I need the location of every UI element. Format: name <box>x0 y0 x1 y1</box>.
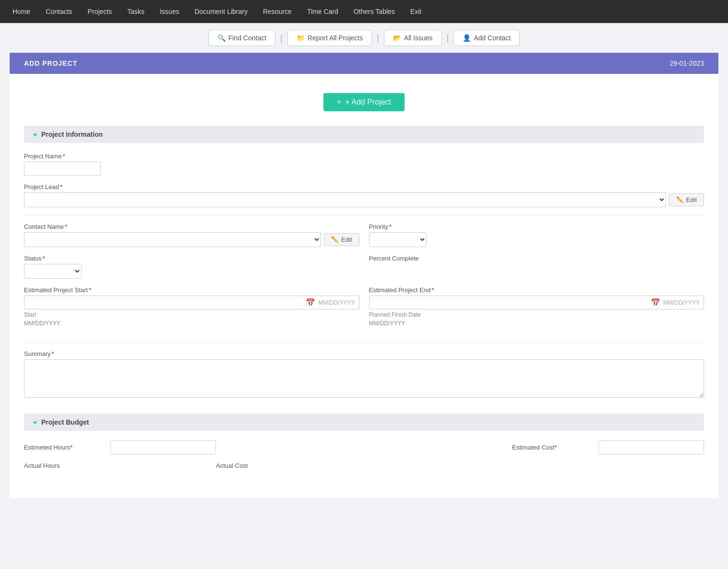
priority-group: Priority* <box>369 223 704 247</box>
budget-arrow-icon: ◄ <box>32 419 37 426</box>
est-end-col: Estimated Project End* 📅 MM/DD/YYYY Plan… <box>369 286 704 334</box>
contact-name-label: Contact Name* <box>24 223 359 230</box>
project-name-group: Project Name* <box>24 153 704 176</box>
toolbar-separator-1: | <box>275 33 287 43</box>
add-contact-button[interactable]: 👤 Add Contact <box>454 30 520 46</box>
contact-name-group: Contact Name* ✏️ Edit <box>24 223 359 247</box>
est-end-group: Estimated Project End* 📅 MM/DD/YYYY Plan… <box>369 286 704 327</box>
contact-name-edit-button[interactable]: ✏️ Edit <box>324 233 359 246</box>
main-content: + + Add Project ◄ Project Information Pr… <box>10 74 718 498</box>
project-lead-label: Project Lead* <box>24 183 704 190</box>
project-name-input[interactable] <box>24 162 101 176</box>
percent-complete-group: Percent Complete <box>369 255 704 262</box>
percent-complete-col: Percent Complete <box>369 255 704 270</box>
est-hours-label: Estimeted Hours* <box>24 444 101 451</box>
est-end-input-wrap: 📅 MM/DD/YYYY <box>369 296 704 309</box>
page-title: ADD PROJECT <box>24 59 77 67</box>
edit-icon-2: ✏️ <box>331 236 339 243</box>
est-end-label: Estimated Project End* <box>369 286 704 294</box>
priority-select[interactable] <box>369 232 427 247</box>
section-arrow-icon: ◄ <box>32 131 37 138</box>
est-cost-input[interactable] <box>598 440 704 454</box>
status-col: Status* <box>24 255 359 286</box>
budget-right: Estimated Cost* <box>512 440 704 454</box>
all-issues-button[interactable]: 📂 All Issues <box>384 30 442 46</box>
project-lead-select[interactable] <box>24 192 666 207</box>
plus-icon: + <box>337 98 341 107</box>
toolbar-separator-2: | <box>372 33 384 43</box>
contact-name-select[interactable] <box>24 232 321 247</box>
percent-complete-label: Percent Complete <box>369 255 704 262</box>
summary-label: Summary* <box>24 350 704 357</box>
folder2-icon: 📂 <box>393 34 401 42</box>
nav-time-card[interactable]: Time Card <box>299 0 346 23</box>
find-contact-button[interactable]: 🔍 Find Contact <box>208 30 275 46</box>
status-group: Status* <box>24 255 359 279</box>
form-divider-1 <box>24 215 704 215</box>
status-select[interactable] <box>24 264 82 279</box>
nav-exit[interactable]: Exit <box>403 0 429 23</box>
contact-name-col: Contact Name* ✏️ Edit <box>24 223 359 255</box>
nav-home[interactable]: Home <box>5 0 38 23</box>
edit-icon: ✏️ <box>676 196 684 203</box>
person-icon: 👤 <box>463 34 471 42</box>
actual-cost-wrap: Actual Cost <box>216 462 293 469</box>
planned-finish-value: MM/DD/YYYY <box>369 320 704 327</box>
priority-label: Priority* <box>369 223 704 230</box>
search-icon: 🔍 <box>217 34 226 42</box>
est-hours-input[interactable] <box>110 440 216 454</box>
est-end-placeholder: MM/DD/YYYY <box>663 299 700 306</box>
nav-document-library[interactable]: Document Library <box>187 0 255 23</box>
add-project-button-wrap: + + Add Project <box>24 83 704 126</box>
report-all-projects-button[interactable]: 📁 Report All Projects <box>287 30 372 46</box>
page-date: 29-01-2023 <box>669 59 704 67</box>
actual-hours-label: Actual Hours <box>24 462 101 469</box>
folder-icon: 📁 <box>297 34 305 42</box>
est-end-input[interactable] <box>373 299 648 306</box>
calendar-icon-start: 📅 <box>306 298 315 307</box>
project-information-section: ◄ Project Information Project Name* Proj… <box>24 126 704 399</box>
project-lead-group: Project Lead* ✏️ Edit <box>24 183 704 207</box>
status-percent-row: Status* Percent Complete <box>24 255 704 286</box>
dates-row: Estimated Project Start* 📅 MM/DD/YYYY St… <box>24 286 704 334</box>
add-project-button[interactable]: + + Add Project <box>323 93 405 111</box>
summary-textarea[interactable] <box>24 359 704 398</box>
project-name-label: Project Name* <box>24 153 704 160</box>
start-date-value: MM/DD/YYYY <box>24 320 359 327</box>
project-lead-row: ✏️ Edit <box>24 192 704 207</box>
est-start-placeholder: MM/DD/YYYY <box>318 299 355 306</box>
est-cost-label: Estimated Cost* <box>512 444 589 451</box>
est-start-input-wrap: 📅 MM/DD/YYYY <box>24 296 359 309</box>
navbar: Home Contacts Projects Tasks Issues Docu… <box>0 0 728 23</box>
project-info-title: Project Information <box>41 130 103 138</box>
est-start-label: Estimated Project Start* <box>24 286 359 294</box>
est-start-input[interactable] <box>28 299 303 306</box>
project-budget-title: Project Budget <box>41 418 89 426</box>
actual-cost-label: Actual Cost <box>216 462 293 469</box>
project-budget-header: ◄ Project Budget <box>24 414 704 431</box>
project-lead-edit-button[interactable]: ✏️ Edit <box>669 193 704 206</box>
budget-hours-cost-row: Estimeted Hours* Estimated Cost* <box>24 440 704 454</box>
nav-others-tables[interactable]: Others Tables <box>346 0 403 23</box>
toolbar-separator-3: | <box>442 33 454 43</box>
calendar-icon-end: 📅 <box>651 298 660 307</box>
budget-actual-row: Actual Hours Actual Cost <box>24 462 704 469</box>
nav-tasks[interactable]: Tasks <box>119 0 152 23</box>
contact-priority-row: Contact Name* ✏️ Edit <box>24 223 704 255</box>
est-start-col: Estimated Project Start* 📅 MM/DD/YYYY St… <box>24 286 359 334</box>
planned-finish-label: Planned Finish Date <box>369 311 704 318</box>
nav-issues[interactable]: Issues <box>152 0 187 23</box>
toolbar: 🔍 Find Contact | 📁 Report All Projects |… <box>0 23 728 53</box>
nav-contacts[interactable]: Contacts <box>38 0 80 23</box>
summary-group: Summary* <box>24 350 704 399</box>
project-budget-section: ◄ Project Budget Estimeted Hours* Estima… <box>24 414 704 469</box>
start-sub-label: Start <box>24 311 359 318</box>
nav-resource[interactable]: Resource <box>255 0 299 23</box>
form-divider-2 <box>24 342 704 343</box>
est-start-group: Estimated Project Start* 📅 MM/DD/YYYY St… <box>24 286 359 327</box>
priority-col: Priority* <box>369 223 704 255</box>
contact-name-row: ✏️ Edit <box>24 232 359 247</box>
page-header: ADD PROJECT 29-01-2023 <box>10 53 718 74</box>
nav-projects[interactable]: Projects <box>80 0 120 23</box>
status-label: Status* <box>24 255 359 262</box>
